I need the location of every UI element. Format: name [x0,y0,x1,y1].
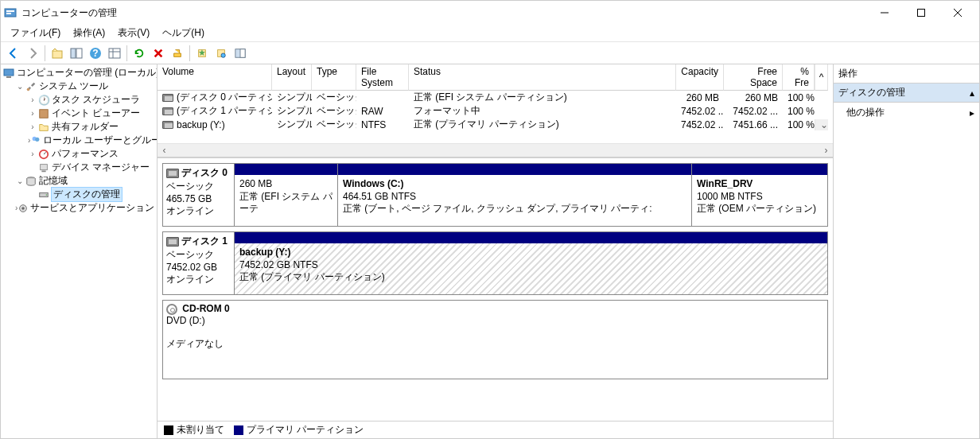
col-pctfree[interactable]: % Fre [783,64,815,91]
svg-rect-1 [6,10,14,12]
partition-winre[interactable]: WinRE_DRV 1000 MB NTFS 正常 (OEM パーティション) [692,164,827,226]
menu-help[interactable]: ヘルプ(H) [156,25,211,41]
tree-performance[interactable]: ›パフォーマンス [28,147,157,161]
up-button[interactable] [48,44,67,63]
legend-primary: プライマリ パーティション [247,424,364,435]
cell: 7452.02 ... [676,106,724,117]
svg-rect-4 [918,10,925,17]
properties-button[interactable] [168,44,187,63]
window-title: コンピューターの管理 [21,6,866,20]
storage-icon [25,175,37,188]
col-freespace[interactable]: Free Space [724,64,783,91]
volume-list[interactable]: Volume Layout Type File System Status Ca… [158,64,833,158]
tree-shared-folders[interactable]: ›共有フォルダー [28,120,157,134]
tree-local-users[interactable]: ›ローカル ユーザーとグループ [28,134,157,147]
center-panel: Volume Layout Type File System Status Ca… [158,64,834,438]
chevron-down-icon[interactable]: ⌄ [15,177,25,185]
minimize-button[interactable] [866,1,903,25]
tree-event-viewer[interactable]: ›イベント ビューアー [28,107,157,120]
maximize-button[interactable] [903,1,939,25]
tree-label: 共有フォルダー [52,120,119,134]
disk-row-cdrom[interactable]: CD-ROM 0 DVD (D:) メディアなし [162,300,828,379]
svg-rect-9 [76,49,82,58]
close-button[interactable] [939,1,976,25]
chevron-right-icon[interactable]: › [28,150,37,158]
folder-icon [37,121,50,134]
list-row[interactable]: (ディスク 1 パーティション 2) シンプル ベーシック RAW フォーマット… [158,104,833,118]
col-status[interactable]: Status [409,64,676,91]
cell: 100 % [783,106,815,117]
cell: ベーシック [312,118,356,131]
forward-button[interactable] [23,44,42,63]
actions-section[interactable]: ディスクの管理 ▴ [834,84,979,103]
partition-size: 464.51 GB NTFS [343,191,686,204]
disk-row-0[interactable]: ディスク 0 ベーシック 465.75 GB オンライン 260 MB 正常 (… [162,163,828,227]
scroll-right-button[interactable]: › [819,144,833,157]
back-button[interactable] [4,44,23,63]
list-row[interactable]: backup (Y:) シンプル ベーシック NTFS 正常 (プライマリ パー… [158,118,833,131]
tree-services-apps[interactable]: ›サービスとアプリケーション [15,201,157,215]
legend: 未割り当て プライマリ パーティション [158,421,833,438]
menu-file[interactable]: ファイル(F) [4,25,67,41]
svg-rect-24 [6,76,11,78]
menu-view[interactable]: 表示(V) [111,25,156,41]
tree-label: ローカル ユーザーとグループ [43,134,158,147]
view-button[interactable] [105,44,124,63]
chevron-right-icon: ▸ [970,107,974,118]
tree-device-manager[interactable]: デバイス マネージャー [28,161,157,174]
col-filesystem[interactable]: File System [356,64,409,91]
legend-unallocated-swatch [164,425,173,435]
partition-status: 正常 (プライマリ パーティション) [239,271,822,284]
chevron-right-icon[interactable]: › [28,122,37,131]
partition-title: Windows (C:) [343,178,686,191]
scroll-up-button[interactable]: ^ [815,64,828,91]
tree-storage[interactable]: ⌄ 記憶域 [15,174,157,188]
help-button[interactable]: ? [86,44,105,63]
scroll-left-button[interactable]: ‹ [158,144,171,157]
menu-action[interactable]: 操作(A) [67,25,111,41]
svg-rect-22 [240,49,245,57]
partition-size: 260 MB [239,178,332,191]
svg-rect-12 [109,49,120,58]
partition-windows-c[interactable]: Windows (C:) 464.51 GB NTFS 正常 (ブート, ページ… [338,164,692,226]
col-type[interactable]: Type [312,64,356,91]
svg-text:?: ? [92,48,98,59]
navigation-tree[interactable]: コンピューターの管理 (ローカル) ⌄ システム ツール ›🕐タスク スケジュー… [1,64,158,438]
horizontal-scrollbar[interactable]: ‹ › [158,143,833,157]
tree-disk-management[interactable]: ディスクの管理 [28,188,157,201]
tree-label: タスク スケジューラ [52,93,140,107]
cell: ベーシック [312,104,356,118]
volume-icon [162,121,173,129]
scroll-down-button[interactable]: ⌄ [815,119,828,130]
actions-other[interactable]: 他の操作 ▸ [834,103,979,122]
disk-title: ディスク 0 [181,167,228,178]
tree-root[interactable]: コンピューターの管理 (ローカル) [2,66,157,80]
partition-status: 正常 (EFI システム パーテ [239,191,332,216]
tree-system-tools[interactable]: ⌄ システム ツール [15,80,157,93]
actions-header: 操作 [834,64,979,84]
partition-efi[interactable]: 260 MB 正常 (EFI システム パーテ [235,164,338,226]
show-hide-tree-button[interactable] [67,44,86,63]
action3-button[interactable] [231,44,250,63]
disk-row-1[interactable]: ディスク 1 ベーシック 7452.02 GB オンライン backup (Y:… [162,231,828,295]
title-bar: コンピューターの管理 [1,1,979,25]
disk-graphical-view: ディスク 0 ベーシック 465.75 GB オンライン 260 MB 正常 (… [158,158,833,421]
services-icon [18,202,29,215]
cell: フォーマット中 [409,104,676,118]
action1-button[interactable]: ★ [192,44,212,63]
tree-task-scheduler[interactable]: ›🕐タスク スケジューラ [28,93,157,107]
chevron-down-icon[interactable]: ⌄ [15,82,25,91]
delete-button[interactable] [149,44,168,63]
col-layout[interactable]: Layout [272,64,312,91]
chevron-right-icon[interactable]: › [28,95,37,104]
col-volume[interactable]: Volume [158,64,272,91]
action2-button[interactable] [212,44,231,63]
list-row[interactable]: (ディスク 0 パーティション 1) シンプル ベーシック 正常 (EFI シス… [158,91,833,104]
col-capacity[interactable]: Capacity [676,64,724,91]
partition-backup-y[interactable]: backup (Y:) 7452.02 GB NTFS 正常 (プライマリ パー… [235,232,827,294]
chevron-right-icon[interactable]: › [28,109,37,118]
partition-title: backup (Y:) [239,247,822,259]
tree-label: デバイス マネージャー [52,161,150,174]
refresh-button[interactable] [130,44,149,63]
cell: NTFS [356,119,409,130]
